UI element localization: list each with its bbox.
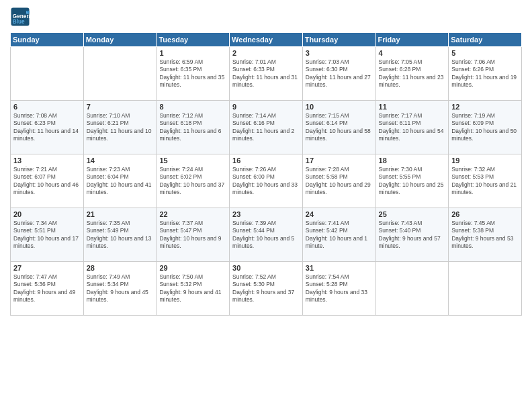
day-number: 1 [159, 49, 226, 57]
day-number: 14 [87, 156, 154, 165]
calendar-cell: 16Sunrise: 7:26 AM Sunset: 6:00 PM Dayli… [230, 154, 303, 208]
week-row-0: 1Sunrise: 6:59 AM Sunset: 6:35 PM Daylig… [11, 47, 522, 101]
calendar-cell: 5Sunrise: 7:06 AM Sunset: 6:26 PM Daylig… [449, 47, 522, 101]
day-content: Sunrise: 7:05 AM Sunset: 6:28 PM Dayligh… [379, 58, 446, 89]
week-row-3: 20Sunrise: 7:34 AM Sunset: 5:51 PM Dayli… [11, 208, 522, 262]
day-number: 26 [451, 210, 519, 218]
calendar-cell: 26Sunrise: 7:45 AM Sunset: 5:38 PM Dayli… [449, 208, 522, 262]
day-content: Sunrise: 7:08 AM Sunset: 6:23 PM Dayligh… [13, 112, 81, 143]
calendar-cell: 25Sunrise: 7:43 AM Sunset: 5:40 PM Dayli… [375, 208, 449, 262]
calendar-table: SundayMondayTuesdayWednesdayThursdayFrid… [10, 32, 522, 316]
day-number: 27 [13, 264, 81, 272]
day-content: Sunrise: 7:19 AM Sunset: 6:09 PM Dayligh… [451, 112, 519, 143]
svg-text:Blue: Blue [13, 19, 25, 25]
week-row-4: 27Sunrise: 7:47 AM Sunset: 5:36 PM Dayli… [11, 262, 522, 316]
day-number: 11 [379, 103, 446, 111]
calendar-cell: 13Sunrise: 7:21 AM Sunset: 6:07 PM Dayli… [11, 154, 84, 208]
day-number: 6 [13, 103, 81, 111]
calendar-cell: 24Sunrise: 7:41 AM Sunset: 5:42 PM Dayli… [302, 208, 375, 262]
calendar-cell: 21Sunrise: 7:35 AM Sunset: 5:49 PM Dayli… [83, 208, 157, 262]
day-number: 21 [87, 210, 154, 218]
day-content: Sunrise: 7:15 AM Sunset: 6:14 PM Dayligh… [306, 112, 373, 143]
weekday-header-tuesday: Tuesday [157, 33, 230, 47]
week-row-1: 6Sunrise: 7:08 AM Sunset: 6:23 PM Daylig… [11, 101, 522, 154]
calendar-cell: 14Sunrise: 7:23 AM Sunset: 6:04 PM Dayli… [83, 154, 157, 208]
calendar-cell: 12Sunrise: 7:19 AM Sunset: 6:09 PM Dayli… [449, 101, 522, 154]
calendar-cell: 2Sunrise: 7:01 AM Sunset: 6:33 PM Daylig… [230, 47, 303, 101]
day-content: Sunrise: 7:50 AM Sunset: 5:32 PM Dayligh… [159, 273, 226, 304]
day-number: 25 [379, 210, 446, 218]
calendar-cell: 30Sunrise: 7:52 AM Sunset: 5:30 PM Dayli… [230, 262, 303, 316]
calendar-page: General Blue SundayMondayTuesdayWednesda… [0, 0, 532, 411]
day-content: Sunrise: 7:41 AM Sunset: 5:42 PM Dayligh… [306, 220, 373, 250]
calendar-cell [449, 262, 522, 316]
calendar-cell: 22Sunrise: 7:37 AM Sunset: 5:47 PM Dayli… [157, 208, 230, 262]
calendar-cell: 10Sunrise: 7:15 AM Sunset: 6:14 PM Dayli… [302, 101, 375, 154]
day-number: 23 [232, 210, 300, 218]
day-content: Sunrise: 7:39 AM Sunset: 5:44 PM Dayligh… [232, 220, 300, 250]
day-content: Sunrise: 7:21 AM Sunset: 6:07 PM Dayligh… [13, 166, 81, 197]
day-number: 22 [159, 210, 226, 218]
day-number: 9 [232, 103, 300, 111]
day-number: 8 [159, 103, 226, 111]
calendar-cell: 6Sunrise: 7:08 AM Sunset: 6:23 PM Daylig… [11, 101, 84, 154]
calendar-cell: 1Sunrise: 6:59 AM Sunset: 6:35 PM Daylig… [157, 47, 230, 101]
day-number: 28 [87, 264, 154, 272]
day-number: 2 [232, 49, 300, 57]
day-number: 10 [306, 103, 373, 111]
day-number: 5 [451, 49, 519, 57]
calendar-cell: 15Sunrise: 7:24 AM Sunset: 6:02 PM Dayli… [157, 154, 230, 208]
calendar-cell: 19Sunrise: 7:32 AM Sunset: 5:53 PM Dayli… [449, 154, 522, 208]
calendar-cell: 9Sunrise: 7:14 AM Sunset: 6:16 PM Daylig… [230, 101, 303, 154]
day-number: 19 [451, 156, 519, 165]
day-content: Sunrise: 7:49 AM Sunset: 5:34 PM Dayligh… [87, 273, 154, 304]
calendar-cell [11, 47, 84, 101]
day-number: 24 [306, 210, 373, 218]
day-number: 18 [379, 156, 446, 165]
day-number: 3 [306, 49, 373, 57]
day-content: Sunrise: 7:35 AM Sunset: 5:49 PM Dayligh… [87, 220, 154, 250]
calendar-cell: 28Sunrise: 7:49 AM Sunset: 5:34 PM Dayli… [83, 262, 157, 316]
logo: General Blue [10, 7, 33, 27]
calendar-cell: 11Sunrise: 7:17 AM Sunset: 6:11 PM Dayli… [375, 101, 449, 154]
week-row-2: 13Sunrise: 7:21 AM Sunset: 6:07 PM Dayli… [11, 154, 522, 208]
day-content: Sunrise: 7:54 AM Sunset: 5:28 PM Dayligh… [306, 273, 373, 304]
calendar-cell: 17Sunrise: 7:28 AM Sunset: 5:58 PM Dayli… [302, 154, 375, 208]
day-number: 17 [306, 156, 373, 165]
day-number: 4 [379, 49, 446, 57]
calendar-cell [83, 47, 157, 101]
day-number: 13 [13, 156, 81, 165]
day-content: Sunrise: 7:30 AM Sunset: 5:55 PM Dayligh… [379, 166, 446, 197]
day-content: Sunrise: 7:03 AM Sunset: 6:30 PM Dayligh… [306, 58, 373, 89]
day-number: 7 [87, 103, 154, 111]
day-content: Sunrise: 6:59 AM Sunset: 6:35 PM Dayligh… [159, 58, 226, 89]
day-content: Sunrise: 7:43 AM Sunset: 5:40 PM Dayligh… [379, 220, 446, 250]
calendar-cell: 3Sunrise: 7:03 AM Sunset: 6:30 PM Daylig… [302, 47, 375, 101]
day-content: Sunrise: 7:52 AM Sunset: 5:30 PM Dayligh… [232, 273, 300, 304]
calendar-cell [375, 262, 449, 316]
weekday-header-sunday: Sunday [11, 33, 84, 47]
day-number: 12 [451, 103, 519, 111]
day-content: Sunrise: 7:47 AM Sunset: 5:36 PM Dayligh… [13, 273, 81, 304]
calendar-cell: 20Sunrise: 7:34 AM Sunset: 5:51 PM Dayli… [11, 208, 84, 262]
day-content: Sunrise: 7:28 AM Sunset: 5:58 PM Dayligh… [306, 166, 373, 197]
day-content: Sunrise: 7:24 AM Sunset: 6:02 PM Dayligh… [159, 166, 226, 197]
day-content: Sunrise: 7:01 AM Sunset: 6:33 PM Dayligh… [232, 58, 300, 89]
calendar-cell: 8Sunrise: 7:12 AM Sunset: 6:18 PM Daylig… [157, 101, 230, 154]
calendar-cell: 7Sunrise: 7:10 AM Sunset: 6:21 PM Daylig… [83, 101, 157, 154]
day-number: 16 [232, 156, 300, 165]
day-content: Sunrise: 7:32 AM Sunset: 5:53 PM Dayligh… [451, 166, 519, 197]
weekday-header-saturday: Saturday [449, 33, 522, 47]
day-content: Sunrise: 7:12 AM Sunset: 6:18 PM Dayligh… [159, 112, 226, 143]
calendar-cell: 23Sunrise: 7:39 AM Sunset: 5:44 PM Dayli… [230, 208, 303, 262]
day-number: 29 [159, 264, 226, 272]
weekday-header-row: SundayMondayTuesdayWednesdayThursdayFrid… [11, 33, 522, 47]
calendar-cell: 18Sunrise: 7:30 AM Sunset: 5:55 PM Dayli… [375, 154, 449, 208]
day-content: Sunrise: 7:26 AM Sunset: 6:00 PM Dayligh… [232, 166, 300, 197]
day-number: 20 [13, 210, 81, 218]
calendar-cell: 27Sunrise: 7:47 AM Sunset: 5:36 PM Dayli… [11, 262, 84, 316]
day-content: Sunrise: 7:14 AM Sunset: 6:16 PM Dayligh… [232, 112, 300, 143]
day-number: 30 [232, 264, 300, 272]
weekday-header-thursday: Thursday [302, 33, 375, 47]
day-content: Sunrise: 7:10 AM Sunset: 6:21 PM Dayligh… [87, 112, 154, 143]
